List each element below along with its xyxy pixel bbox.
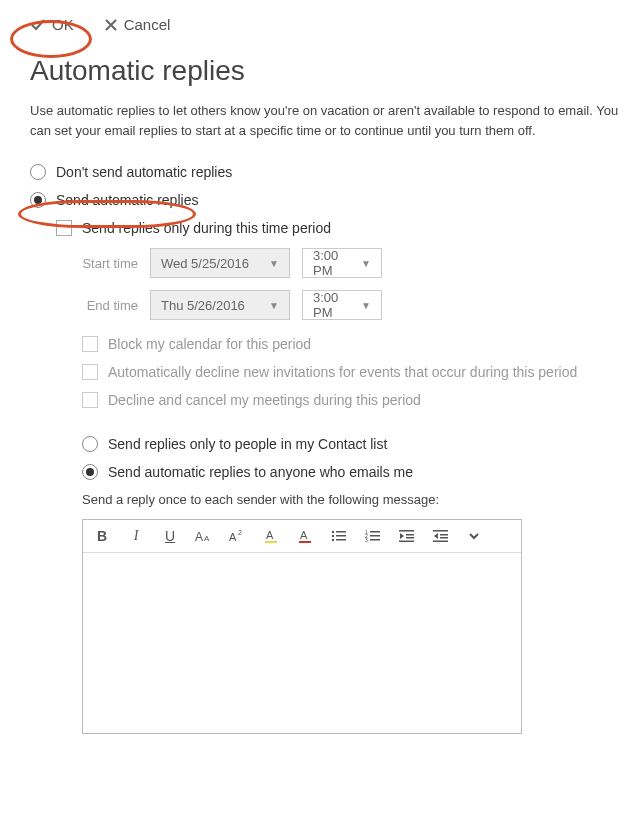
radio-anyone[interactable]: Send automatic replies to anyone who ema… bbox=[82, 464, 634, 480]
radio-label: Send replies only to people in my Contac… bbox=[108, 436, 387, 452]
reply-once-label: Send a reply once to each sender with th… bbox=[82, 492, 634, 507]
bullet-list-button[interactable] bbox=[331, 529, 349, 543]
chevron-down-icon: ▼ bbox=[269, 258, 279, 269]
page-title: Automatic replies bbox=[30, 55, 634, 87]
time-period-group: Start time Wed 5/25/2016 ▼ 3:00 PM ▼ End… bbox=[82, 248, 634, 320]
ok-button[interactable]: OK bbox=[30, 16, 74, 33]
svg-point-10 bbox=[332, 535, 334, 537]
checkbox-icon bbox=[82, 336, 98, 352]
underline-button[interactable]: U bbox=[161, 528, 179, 544]
radio-label: Send automatic replies to anyone who ema… bbox=[108, 464, 413, 480]
svg-rect-17 bbox=[370, 535, 380, 537]
cancel-label: Cancel bbox=[124, 16, 171, 33]
font-color-button[interactable]: A bbox=[297, 528, 315, 544]
close-icon bbox=[104, 18, 118, 32]
dropdown-value: 3:00 PM bbox=[313, 290, 355, 320]
radio-icon bbox=[82, 436, 98, 452]
chevron-down-icon: ▼ bbox=[269, 300, 279, 311]
svg-rect-22 bbox=[406, 537, 414, 539]
checkbox-label: Send replies only during this time perio… bbox=[82, 220, 331, 236]
cancel-button[interactable]: Cancel bbox=[104, 16, 171, 33]
page-description: Use automatic replies to let others know… bbox=[30, 101, 634, 140]
svg-text:A: A bbox=[266, 529, 274, 541]
svg-rect-19 bbox=[370, 539, 380, 541]
svg-text:2: 2 bbox=[238, 529, 242, 536]
svg-text:3: 3 bbox=[365, 537, 368, 543]
svg-rect-27 bbox=[433, 541, 448, 543]
editor-toolbar: B I U AA A2 A A 123 bbox=[83, 520, 521, 553]
ok-label: OK bbox=[52, 16, 74, 33]
radio-label: Don't send automatic replies bbox=[56, 164, 232, 180]
svg-text:A: A bbox=[204, 534, 210, 543]
chevron-down-icon: ▼ bbox=[361, 300, 371, 311]
dropdown-value: Thu 5/26/2016 bbox=[161, 298, 245, 313]
radio-icon bbox=[82, 464, 98, 480]
radio-dont-send[interactable]: Don't send automatic replies bbox=[30, 164, 634, 180]
editor-textarea[interactable] bbox=[83, 553, 521, 733]
radio-label: Send automatic replies bbox=[56, 192, 198, 208]
more-options-button[interactable] bbox=[467, 529, 485, 543]
svg-rect-9 bbox=[336, 531, 346, 533]
svg-text:A: A bbox=[229, 531, 237, 543]
svg-rect-5 bbox=[265, 541, 277, 543]
checkbox-label: Decline and cancel my meetings during th… bbox=[108, 392, 421, 408]
svg-text:A: A bbox=[195, 530, 203, 543]
italic-button[interactable]: I bbox=[127, 528, 145, 544]
checkbox-decline-cancel[interactable]: Decline and cancel my meetings during th… bbox=[82, 392, 634, 408]
bold-button[interactable]: B bbox=[93, 528, 111, 544]
svg-rect-11 bbox=[336, 535, 346, 537]
checkmark-icon bbox=[30, 17, 46, 33]
start-time-label: Start time bbox=[82, 256, 138, 271]
checkbox-icon bbox=[82, 392, 98, 408]
radio-send[interactable]: Send automatic replies bbox=[30, 192, 634, 208]
chevron-down-icon: ▼ bbox=[361, 258, 371, 269]
radio-icon bbox=[30, 192, 46, 208]
outdent-button[interactable] bbox=[399, 529, 417, 543]
checkbox-label: Automatically decline new invitations fo… bbox=[108, 364, 577, 380]
svg-rect-20 bbox=[399, 530, 414, 532]
svg-point-8 bbox=[332, 531, 334, 533]
end-time-dropdown[interactable]: 3:00 PM ▼ bbox=[302, 290, 382, 320]
dialog-toolbar: OK Cancel bbox=[0, 0, 634, 45]
checkbox-decline-new[interactable]: Automatically decline new invitations fo… bbox=[82, 364, 634, 380]
checkbox-icon bbox=[56, 220, 72, 236]
svg-rect-25 bbox=[440, 534, 448, 536]
message-editor: B I U AA A2 A A 123 bbox=[82, 519, 522, 734]
radio-icon bbox=[30, 164, 46, 180]
checkbox-label: Block my calendar for this period bbox=[108, 336, 311, 352]
svg-text:A: A bbox=[300, 529, 308, 541]
font-size-button[interactable]: AA bbox=[195, 529, 213, 543]
form-section: Don't send automatic replies Send automa… bbox=[30, 164, 634, 734]
numbered-list-button[interactable]: 123 bbox=[365, 529, 383, 543]
svg-rect-21 bbox=[406, 534, 414, 536]
radio-contacts-only[interactable]: Send replies only to people in my Contac… bbox=[82, 436, 634, 452]
checkbox-block-calendar[interactable]: Block my calendar for this period bbox=[82, 336, 634, 352]
start-date-dropdown[interactable]: Wed 5/25/2016 ▼ bbox=[150, 248, 290, 278]
svg-rect-13 bbox=[336, 539, 346, 541]
superscript-button[interactable]: A2 bbox=[229, 529, 247, 543]
end-time-label: End time bbox=[82, 298, 138, 313]
svg-rect-15 bbox=[370, 531, 380, 533]
svg-rect-26 bbox=[440, 537, 448, 539]
indent-button[interactable] bbox=[433, 529, 451, 543]
svg-rect-23 bbox=[399, 541, 414, 543]
dropdown-value: Wed 5/25/2016 bbox=[161, 256, 249, 271]
svg-rect-7 bbox=[299, 541, 311, 543]
checkbox-icon bbox=[82, 364, 98, 380]
svg-point-12 bbox=[332, 539, 334, 541]
svg-rect-24 bbox=[433, 530, 448, 532]
end-date-dropdown[interactable]: Thu 5/26/2016 ▼ bbox=[150, 290, 290, 320]
start-time-dropdown[interactable]: 3:00 PM ▼ bbox=[302, 248, 382, 278]
dropdown-value: 3:00 PM bbox=[313, 248, 355, 278]
highlight-color-button[interactable]: A bbox=[263, 528, 281, 544]
checkbox-only-period[interactable]: Send replies only during this time perio… bbox=[56, 220, 634, 236]
